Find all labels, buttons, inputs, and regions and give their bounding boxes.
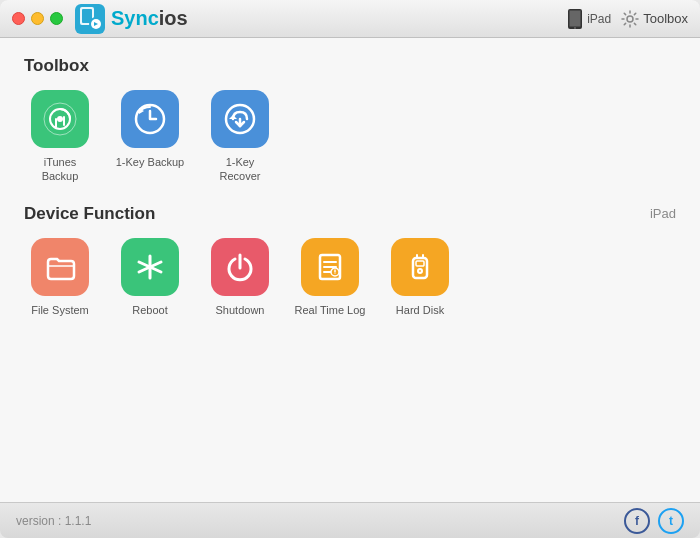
app-name: Syncios (111, 7, 188, 30)
recover-icon (223, 102, 257, 136)
svg-point-11 (57, 116, 63, 122)
music-note-icon (43, 102, 77, 136)
device-function-title: Device Function (24, 204, 155, 224)
real-time-log-item[interactable]: Real Time Log (294, 238, 366, 317)
minimize-button[interactable] (31, 12, 44, 25)
shutdown-icon (211, 238, 269, 296)
hard-disk-icon (391, 238, 449, 296)
social-icons: f t (624, 508, 684, 534)
footer: version : 1.1.1 f t (0, 502, 700, 538)
backup-clock-icon (133, 102, 167, 136)
1key-backup-icon (121, 90, 179, 148)
ipad-icon (567, 8, 583, 30)
itunes-backup-icon (31, 90, 89, 148)
file-system-label: File System (31, 303, 88, 317)
asterisk-icon (133, 250, 167, 284)
reboot-label: Reboot (132, 303, 167, 317)
1key-backup-item[interactable]: 1-Key Backup (114, 90, 186, 184)
real-time-log-label: Real Time Log (295, 303, 366, 317)
file-system-item[interactable]: File System (24, 238, 96, 317)
reboot-item[interactable]: Reboot (114, 238, 186, 317)
toolbox-section-title: Toolbox (24, 56, 676, 76)
toolbox-button[interactable]: Toolbox (621, 10, 688, 28)
shutdown-item[interactable]: Shutdown (204, 238, 276, 317)
svg-point-31 (335, 273, 336, 274)
1key-recover-item[interactable]: 1-Key Recover (204, 90, 276, 184)
twitter-icon[interactable]: t (658, 508, 684, 534)
device-function-items-row: File System Reboot Shutdown (24, 238, 676, 317)
hard-disk-item[interactable]: Hard Disk (384, 238, 456, 317)
maximize-button[interactable] (50, 12, 63, 25)
usb-drive-icon (403, 250, 437, 284)
traffic-lights (12, 12, 63, 25)
app-logo-icon (75, 4, 105, 34)
device-label: iPad (587, 12, 611, 26)
itunes-backup-item[interactable]: iTunes Backup (24, 90, 96, 184)
file-system-icon (31, 238, 89, 296)
shutdown-label: Shutdown (216, 303, 265, 317)
title-bar: Syncios iPad Toolbox (0, 0, 700, 38)
facebook-icon[interactable]: f (624, 508, 650, 534)
logo-area: Syncios (75, 4, 188, 34)
device-function-header: Device Function iPad (24, 204, 676, 224)
log-icon (313, 250, 347, 284)
1key-recover-label: 1-Key Recover (204, 155, 276, 184)
1key-backup-label: 1-Key Backup (116, 155, 184, 169)
reboot-icon (121, 238, 179, 296)
gear-icon (621, 10, 639, 28)
toolbox-items-row: iTunes Backup 1-Key Backup (24, 90, 676, 184)
1key-recover-icon (211, 90, 269, 148)
svg-point-7 (574, 27, 576, 29)
version-label: version : 1.1.1 (16, 514, 91, 528)
power-icon (223, 250, 257, 284)
device-indicator: iPad (567, 8, 611, 30)
real-time-log-icon (301, 238, 359, 296)
main-content: Toolbox iTunes Backup (0, 38, 700, 502)
title-bar-actions: iPad Toolbox (567, 8, 688, 30)
device-function-device-name: iPad (650, 206, 676, 221)
svg-rect-6 (570, 10, 581, 26)
svg-rect-33 (416, 261, 424, 266)
itunes-backup-label: iTunes Backup (24, 155, 96, 184)
toolbox-label: Toolbox (643, 11, 688, 26)
folder-icon (43, 250, 77, 284)
hard-disk-label: Hard Disk (396, 303, 444, 317)
svg-point-8 (627, 16, 633, 22)
close-button[interactable] (12, 12, 25, 25)
svg-point-35 (420, 270, 421, 271)
